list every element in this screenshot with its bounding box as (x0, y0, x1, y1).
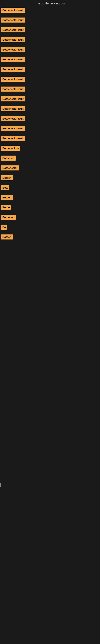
list-item: Bottleneck result (1, 116, 100, 122)
list-item: Bo (1, 224, 100, 230)
site-title: TheBottlenecker.com (0, 0, 100, 8)
list-item: Bottleneck result (1, 136, 100, 142)
bottleneck-badge[interactable]: Bottleneck result (1, 106, 25, 111)
bottleneck-badge[interactable]: Bottlen (1, 175, 13, 180)
list-item: Bottlenec (1, 215, 100, 220)
bottleneck-badge[interactable]: Bottleneck r (1, 166, 19, 170)
list-item: Bottleneck result (1, 37, 100, 43)
list-item: Bottleneck r (1, 166, 100, 171)
list-item: Bottlen (1, 175, 100, 181)
list-item: Bottleneck re (1, 146, 100, 152)
list-item: Bott (1, 185, 100, 191)
bottleneck-badge[interactable]: Bottlenec (1, 215, 16, 220)
bottleneck-badge[interactable]: Bottleneck result (1, 96, 25, 102)
list-item: Bottleneck result (1, 67, 100, 73)
list-item: Bottleneck result (1, 77, 100, 82)
list-item: Bottleneck result (1, 57, 100, 63)
list-item: Bottleneck result (1, 8, 100, 14)
list-item: Bottlen (1, 234, 100, 240)
bottleneck-badge[interactable]: Bottlenec (1, 156, 16, 160)
bottleneck-badge[interactable]: Bottleneck result (1, 27, 25, 32)
bottleneck-badge[interactable]: Bottleneck result (1, 136, 25, 141)
bottleneck-badge[interactable]: Bottleneck result (1, 37, 25, 42)
bottleneck-badge[interactable]: Bottleneck result (1, 18, 25, 22)
list-item: Bottleneck result (1, 126, 100, 132)
list-item: Bottleneck result (1, 86, 100, 92)
list-item: Bottlenec (1, 156, 100, 162)
bottleneck-badge[interactable]: Bottlen (1, 234, 13, 240)
list-item: Bottleneck result (1, 18, 100, 23)
text-cursor (0, 484, 1, 487)
list-item: Bottleneck result (1, 106, 100, 112)
bottleneck-badge[interactable]: Bott (1, 185, 9, 190)
list-item: Bottle (1, 205, 100, 211)
bottleneck-badge[interactable]: Bottleneck result (1, 67, 25, 72)
bottleneck-badge[interactable]: Bo (1, 224, 7, 230)
bottleneck-badge[interactable]: Bottleneck re (1, 146, 20, 151)
bottleneck-badge[interactable]: Bottleneck result (1, 86, 25, 92)
bottleneck-badge[interactable]: Bottle (1, 205, 11, 210)
bottleneck-badge[interactable]: Bottleneck result (1, 57, 25, 62)
bottleneck-badge[interactable]: Bottlen (1, 195, 13, 200)
list-item: Bottleneck result (1, 96, 100, 102)
bottleneck-badge[interactable]: Bottleneck result (1, 8, 25, 13)
bottleneck-badge[interactable]: Bottleneck result (1, 47, 25, 52)
list-item: Bottleneck result (1, 47, 100, 53)
bottleneck-badge[interactable]: Bottleneck result (1, 77, 25, 82)
list-item: Bottlen (1, 195, 100, 201)
bottleneck-badge[interactable]: Bottleneck result (1, 126, 25, 131)
list-item: Bottleneck result (1, 27, 100, 33)
bottleneck-badge[interactable]: Bottleneck result (1, 116, 25, 121)
